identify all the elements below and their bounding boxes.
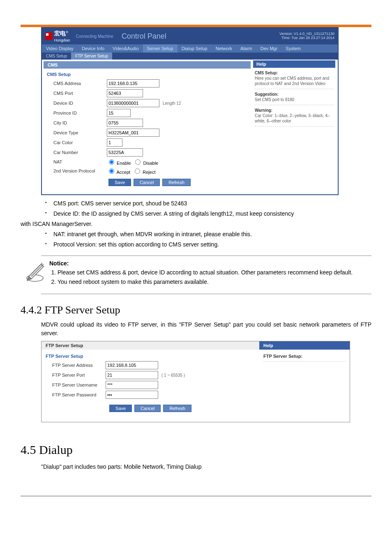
- label-device-id: Device ID: [47, 101, 107, 106]
- button-row: Save Cancel Refresh: [108, 179, 247, 186]
- bullet-device-id: Device ID: the ID assigned by CMS server…: [41, 210, 371, 218]
- notice-item-1: Please set CMS address & port, device ID…: [58, 268, 367, 277]
- help-warning-text: Car Color: 1--blue, 2--yellow, 3--black,…: [255, 113, 330, 123]
- time-line: Time: Tue Jan 28 23:27:14 2014: [279, 36, 334, 40]
- tab-system[interactable]: System: [281, 44, 305, 53]
- tab-video-audio[interactable]: Video&Audio: [108, 44, 143, 53]
- label-cms-port: CMS Port: [47, 91, 107, 96]
- tab-dialup-setup[interactable]: Dialup Setup: [178, 44, 212, 53]
- input-cms-port[interactable]: [107, 89, 143, 97]
- label-ftp-port: FTP Server Port: [46, 373, 106, 378]
- refresh-button[interactable]: Refresh: [162, 179, 191, 186]
- notice-text: Notice: Please set CMS address & port, d…: [49, 260, 371, 287]
- tab-server-setup[interactable]: Server Setup: [143, 44, 178, 53]
- ftp-left: FTP Server Setup FTP Server Address FTP …: [42, 350, 259, 422]
- tab-network[interactable]: Network: [212, 44, 236, 53]
- notice-block: Notice: Please set CMS address & port, d…: [21, 260, 371, 287]
- input-province-id[interactable]: [107, 109, 131, 117]
- label-car-number: Car Number: [47, 150, 107, 155]
- ftp-help-bar: Help: [259, 341, 350, 350]
- ftp-section-title: FTP Server Setup: [46, 354, 255, 359]
- divider-after-notice: [41, 294, 371, 294]
- ftp-body: FTP Server Setup FTP Server Address FTP …: [42, 350, 350, 422]
- radio-protocol-reject[interactable]: Reject: [133, 167, 155, 175]
- cms-screenshot-panel: 宏电® Hongdian Connecting Machine Control …: [41, 27, 339, 195]
- ftp-refresh-button[interactable]: Refresh: [163, 405, 191, 412]
- input-ftp-port[interactable]: [106, 371, 158, 379]
- ftp-port-range: ( 1 ~ 65535 ): [161, 373, 185, 378]
- panel-header: 宏电® Hongdian Connecting Machine Control …: [42, 28, 338, 44]
- tab-video-display[interactable]: Video Display: [42, 44, 78, 53]
- radio-protocol-accept[interactable]: Accept: [107, 167, 130, 175]
- label-city-id: City ID: [47, 120, 107, 125]
- ftp-save-button[interactable]: Save: [109, 405, 132, 412]
- panel-body: CMS CMS Setup CMS Address CMS Port Devic…: [42, 60, 338, 194]
- help-warning-title: Warning:: [255, 108, 272, 113]
- pencil-icon: [25, 258, 45, 283]
- label-protocol: 2nd Version Protocol: [47, 168, 107, 173]
- save-button[interactable]: Save: [108, 179, 131, 186]
- sub-tabs: CMS Setup FTP Server Setup: [42, 53, 338, 60]
- main-tabs: Video Display Device Info Video&Audio Se…: [42, 44, 338, 53]
- label-ftp-address: FTP Server Address: [46, 363, 106, 368]
- notice-title: Notice:: [49, 260, 69, 267]
- label-nat: NAT: [47, 159, 107, 164]
- heading-442: 4.4.2 FTP Server Setup: [21, 304, 371, 316]
- connecting-machine-label: Connecting Machine: [76, 34, 113, 39]
- tab-alarm[interactable]: Alarm: [236, 44, 256, 53]
- divider-before-notice: [41, 256, 371, 256]
- input-car-number[interactable]: [107, 148, 143, 157]
- input-ftp-username[interactable]: [106, 381, 158, 389]
- tab-device-info[interactable]: Device Info: [78, 44, 108, 53]
- cancel-button[interactable]: Cancel: [134, 179, 160, 186]
- label-ftp-password: FTP Server Password: [46, 392, 106, 397]
- ftp-help-body: FTP Server Setup:: [259, 350, 350, 422]
- cms-bar: CMS: [44, 61, 251, 69]
- label-cms-address: CMS Address: [47, 81, 107, 86]
- input-device-type[interactable]: [107, 129, 159, 137]
- input-ftp-password[interactable]: [106, 391, 158, 399]
- help-bar: Help: [253, 60, 335, 68]
- ftp-screenshot-panel: FTP Server Setup Help FTP Server Setup F…: [41, 341, 350, 422]
- help-suggestion-title: Suggestion:: [255, 92, 279, 97]
- control-panel-title: Control Panel: [122, 32, 166, 41]
- hongdian-logo-icon: [45, 32, 53, 40]
- input-device-id[interactable]: [107, 99, 159, 107]
- footer-rule: [21, 496, 371, 496]
- ftp-top: FTP Server Setup Help: [42, 341, 350, 350]
- bullet-device-id-wrap: with ISCAN ManagerServer.: [21, 220, 371, 228]
- input-car-color[interactable]: [107, 138, 122, 147]
- help-body: CMS Setup: Here you can set CMS address,…: [253, 68, 335, 131]
- ftp-help-title: FTP Server Setup:: [263, 354, 302, 359]
- logo-text: 宏电: [54, 30, 66, 37]
- heading-45: 4.5 Dialup: [21, 443, 371, 457]
- panel-right: Help CMS Setup: Here you can set CMS add…: [251, 60, 337, 193]
- radio-nat-enable-label: Enable: [117, 161, 131, 166]
- ftp-title-bar: FTP Server Setup: [42, 341, 259, 350]
- input-city-id[interactable]: [107, 119, 143, 127]
- subtab-ftp-server-setup[interactable]: FTP Server Setup: [71, 53, 112, 60]
- help-cms-text: Here you can set CMS address, port and p…: [255, 76, 329, 86]
- bullet-protocol: Protocol Version: set this option accord…: [41, 240, 371, 249]
- help-cms-title: CMS Setup:: [255, 71, 278, 75]
- label-device-type: Device Type: [47, 130, 107, 135]
- panel-left: CMS CMS Setup CMS Address CMS Port Devic…: [43, 60, 251, 193]
- logo-block: 宏电® Hongdian Connecting Machine Control …: [45, 30, 166, 42]
- device-id-length: Length 12: [163, 101, 181, 106]
- label-province-id: Province ID: [47, 111, 107, 115]
- input-cms-address[interactable]: [107, 79, 159, 88]
- version-block: Version: V1.4.0_HD_1311271130 Time: Tue …: [279, 32, 334, 40]
- input-ftp-address[interactable]: [106, 361, 158, 369]
- bullet-cms-port: CMS port: CMS server service port, shoud…: [41, 199, 371, 208]
- label-car-color: Car Color: [47, 140, 107, 145]
- bullet-list: CMS port: CMS server service port, shoud…: [41, 199, 371, 249]
- subtab-cms-setup[interactable]: CMS Setup: [42, 53, 71, 60]
- body-45: "Dialup" part includes two parts: Mobile…: [41, 463, 371, 471]
- tab-dev-mgr[interactable]: Dev Mgr: [256, 44, 282, 53]
- radio-protocol-reject-label: Reject: [143, 170, 155, 175]
- radio-nat-disable[interactable]: Disable: [133, 158, 158, 166]
- radio-nat-disable-label: Disable: [143, 161, 159, 166]
- ftp-cancel-button[interactable]: Cancel: [134, 405, 161, 412]
- label-ftp-username: FTP Server Username: [46, 382, 106, 387]
- radio-nat-enable[interactable]: Enable: [107, 158, 131, 166]
